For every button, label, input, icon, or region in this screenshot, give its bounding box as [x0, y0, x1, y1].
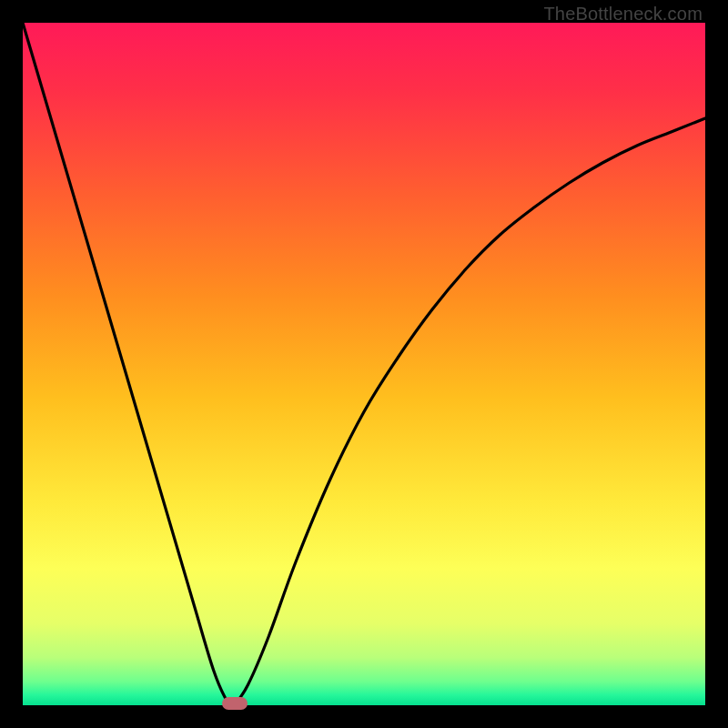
curve-left-branch	[23, 23, 235, 705]
curve-right-branch	[235, 118, 706, 705]
trough-marker	[222, 697, 248, 710]
plot-area	[23, 23, 705, 705]
watermark-text: TheBottleneck.com	[543, 4, 703, 25]
chart-frame	[23, 23, 705, 705]
curve-layer	[23, 23, 705, 705]
